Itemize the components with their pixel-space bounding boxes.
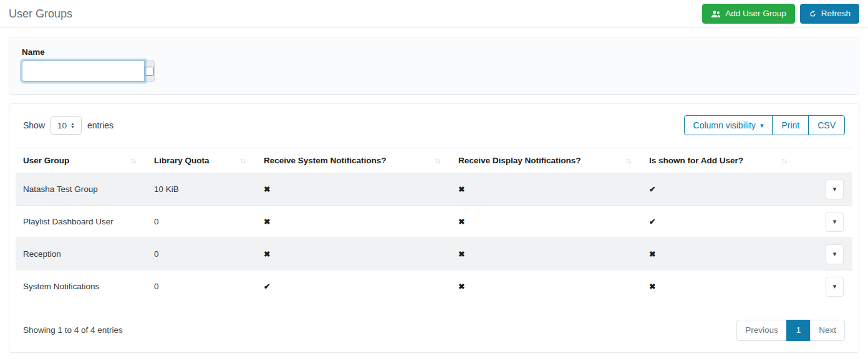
top-bar: User Groups Add User Group Refresh (0, 0, 868, 28)
cross-icon: ✖ (458, 282, 465, 291)
pagination: Previous 1 Next (736, 320, 845, 341)
pagination-page-1[interactable]: 1 (786, 320, 811, 341)
cross-icon: ✖ (264, 185, 270, 194)
print-button[interactable]: Print (772, 115, 809, 135)
table-footer: Showing 1 to 4 of 4 entries Previous 1 N… (23, 320, 845, 341)
row-actions-dropdown-button[interactable]: ▾ (826, 180, 844, 199)
topbar-actions: Add User Group Refresh (702, 4, 859, 24)
cell-library-quota: 0 (147, 270, 256, 303)
cross-icon: ✖ (458, 250, 465, 259)
column-header-library-quota[interactable]: Library Quota ↑↓ (147, 148, 256, 173)
entries-label: entries (87, 120, 113, 130)
cross-icon: ✖ (458, 218, 465, 226)
column-header-receive-display-notifications[interactable]: Receive Display Notifications? ↑↓ (451, 148, 642, 173)
sort-icon: ↑↓ (240, 156, 246, 165)
pagination-next[interactable]: Next (810, 320, 845, 341)
refresh-button[interactable]: Refresh (800, 4, 859, 24)
cross-icon: ✖ (649, 282, 655, 291)
column-visibility-button[interactable]: Column visibility ▾ (684, 115, 773, 135)
add-user-group-button[interactable]: Add User Group (702, 4, 795, 24)
cross-icon: ✖ (264, 218, 270, 226)
check-icon: ✔ (649, 185, 655, 194)
user-groups-table: User Group ↑↓ Library Quota ↑↓ Receive S… (16, 148, 852, 303)
caret-down-icon: ▾ (760, 122, 764, 129)
check-icon: ✔ (649, 218, 655, 226)
column-header-is-shown-for-add-user[interactable]: Is shown for Add User? ↑↓ (642, 148, 798, 173)
table-controls: Show 10 ▲▼ entries Column visibility ▾ P… (23, 115, 845, 135)
check-icon: ✔ (264, 282, 270, 291)
sort-icon: ↑↓ (781, 156, 787, 165)
table-info: Showing 1 to 4 of 4 entries (23, 325, 123, 335)
caret-down-icon: ▾ (833, 218, 837, 225)
column-header-receive-system-notifications[interactable]: Receive System Notifications? ↑↓ (256, 148, 451, 173)
column-header-user-group[interactable]: User Group ↑↓ (16, 148, 147, 173)
csv-label: CSV (817, 120, 836, 130)
cross-icon: ✖ (458, 185, 465, 194)
cell-user-group: Natasha Test Group (16, 173, 147, 206)
row-actions-dropdown-button[interactable]: ▾ (826, 212, 844, 232)
table-body: Natasha Test Group 10 KiB ✖ ✖ ✔ ▾ Playli… (16, 173, 852, 303)
cell-user-group: Reception (16, 238, 147, 270)
user-groups-table-panel: Show 10 ▲▼ entries Column visibility ▾ P… (9, 103, 859, 353)
page-title: User Groups (9, 7, 72, 21)
sort-icon: ↑↓ (435, 156, 440, 165)
name-filter-addon (145, 60, 155, 82)
name-filter-input[interactable] (22, 60, 145, 82)
select-arrows-icon: ▲▼ (70, 122, 75, 128)
filter-panel: Name (9, 37, 859, 95)
table-row: System Notifications 0 ✔ ✖ ✖ ▾ (16, 270, 852, 303)
name-filter-group (22, 60, 152, 82)
page-length-control: Show 10 ▲▼ entries (23, 116, 113, 135)
caret-down-icon: ▾ (833, 283, 837, 290)
refresh-icon (809, 10, 817, 18)
cell-library-quota: 10 KiB (147, 173, 256, 206)
cross-icon: ✖ (649, 250, 655, 259)
cross-icon: ✖ (264, 250, 270, 259)
row-actions-dropdown-button[interactable]: ▾ (826, 277, 844, 297)
table-row: Reception 0 ✖ ✖ ✖ ▾ (16, 238, 852, 270)
row-actions-dropdown-button[interactable]: ▾ (826, 244, 844, 264)
name-filter-checkbox[interactable] (145, 67, 154, 76)
table-row: Playlist Dashboard User 0 ✖ ✖ ✔ ▾ (16, 206, 852, 238)
print-label: Print (781, 120, 799, 130)
cell-library-quota: 0 (147, 238, 256, 270)
name-filter-label: Name (22, 47, 846, 57)
table-header-row: User Group ↑↓ Library Quota ↑↓ Receive S… (16, 148, 852, 173)
users-icon (711, 10, 721, 18)
cell-library-quota: 0 (147, 206, 256, 238)
page-length-select[interactable]: 10 ▲▼ (51, 116, 82, 135)
export-buttons: Column visibility ▾ Print CSV (684, 115, 845, 135)
cell-user-group: System Notifications (16, 270, 147, 303)
sort-icon: ↑↓ (625, 156, 631, 165)
refresh-label: Refresh (821, 9, 851, 19)
cell-user-group: Playlist Dashboard User (16, 206, 147, 238)
show-label: Show (23, 120, 45, 130)
caret-down-icon: ▾ (833, 186, 837, 193)
page-length-value: 10 (57, 121, 67, 130)
column-header-actions (798, 148, 852, 173)
column-visibility-label: Column visibility (693, 120, 756, 130)
caret-down-icon: ▾ (833, 251, 837, 257)
add-user-group-label: Add User Group (725, 9, 786, 19)
pagination-previous[interactable]: Previous (736, 320, 787, 341)
sort-icon: ↑↓ (130, 156, 136, 165)
table-row: Natasha Test Group 10 KiB ✖ ✖ ✔ ▾ (16, 173, 852, 206)
csv-button[interactable]: CSV (808, 115, 845, 135)
